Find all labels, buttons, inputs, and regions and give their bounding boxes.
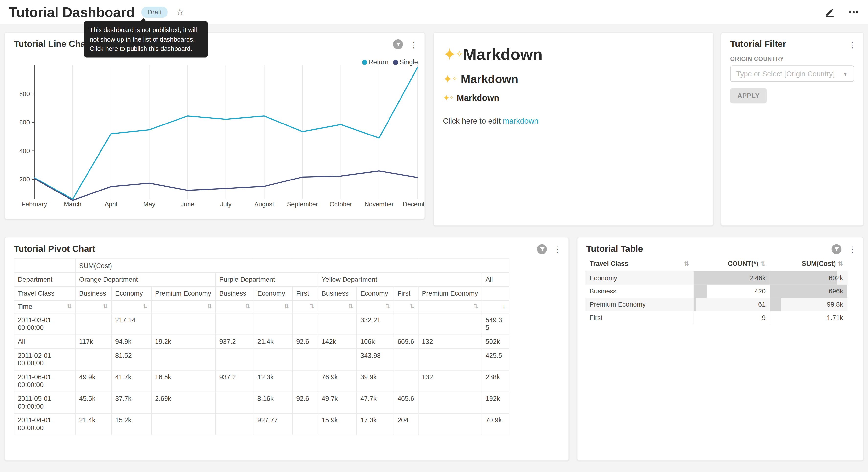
pivot-cell: 15.2k [112, 413, 151, 435]
pivot-cell: 92.6 [293, 335, 318, 349]
sort-icon[interactable]: ⇅ [385, 303, 390, 310]
filter-scope-icon[interactable] [832, 244, 842, 254]
kebab-menu-icon[interactable]: ⋮ [553, 245, 563, 254]
filter-scope-icon[interactable] [537, 244, 547, 254]
pivot-cell: 217.14 [112, 313, 151, 334]
svg-text:June: June [181, 201, 194, 208]
pivot-cell [418, 392, 482, 413]
pivot-cell [293, 413, 318, 435]
pivot-cell: 41.7k [112, 370, 151, 392]
legend-item[interactable]: Single [393, 58, 418, 66]
favorite-star-icon[interactable]: ☆ [176, 6, 184, 18]
sort-icon[interactable]: ⇅ [348, 303, 353, 310]
pivot-cell: 142k [318, 335, 357, 349]
pivot-cell: 81.52 [112, 349, 151, 370]
pivot-cell: 19.2k [151, 335, 216, 349]
pivot-cell [418, 313, 482, 334]
svg-text:800: 800 [19, 90, 30, 97]
pivot-cell [254, 349, 292, 370]
pivot-cell: 204 [394, 413, 418, 435]
column-header-label: Travel Class [590, 260, 628, 268]
pivot-cell [418, 413, 482, 435]
card-title: Tutorial Pivot Chart [14, 244, 95, 254]
kebab-menu-icon[interactable]: ⋮ [847, 40, 858, 49]
table-cell: 1.71k [770, 311, 847, 324]
kebab-menu-icon[interactable]: ⋮ [409, 40, 419, 49]
svg-text:May: May [143, 201, 155, 208]
sort-icon[interactable]: ↓ [502, 303, 505, 309]
more-menu-icon[interactable] [848, 7, 859, 17]
markdown-h2: ✦Markdown [443, 72, 704, 86]
pivot-cell [318, 313, 357, 334]
card-tutorial-table: Tutorial Table ⋮ Travel Class⇅COUNT(*)⇅S… [577, 237, 864, 461]
pivot-cell [151, 413, 216, 435]
table-cell: 602k [770, 271, 847, 285]
markdown-edit-link[interactable]: markdown [503, 116, 538, 125]
table-row: Economy2.46k602k [585, 271, 847, 285]
origin-country-select[interactable]: Type or Select [Origin Country] ▼ [730, 65, 854, 82]
pivot-cell: SUM(Cost) [75, 259, 509, 273]
sort-icon[interactable]: ⇅ [143, 303, 148, 310]
pivot-cell: Economy [254, 287, 292, 301]
svg-text:February: February [22, 201, 47, 208]
chart-legend: ReturnSingle [362, 58, 418, 66]
pivot-cell: 17.3k [357, 413, 394, 435]
pivot-cell: ⇅ [151, 300, 216, 313]
column-header[interactable]: SUM(Cost)⇅ [770, 256, 847, 271]
pivot-cell [418, 349, 482, 370]
sort-icon[interactable]: ⇅ [409, 303, 415, 310]
table-cell: 696k [770, 285, 847, 298]
legend-dot [362, 59, 367, 64]
column-header[interactable]: Travel Class⇅ [585, 256, 694, 271]
sort-icon[interactable]: ⇅ [284, 303, 289, 310]
pivot-row: 2011-04-01 00:00:0021.4k15.2k927.7715.9k… [14, 413, 509, 435]
column-header-label: COUNT(*) [727, 260, 758, 268]
pivot-cell: 2011-03-01 00:00:00 [14, 313, 75, 334]
pivot-row: All117k94.9k19.2k937.221.4k92.6142k106k6… [14, 335, 509, 349]
pivot-cell: Department [14, 273, 75, 287]
sort-icon[interactable]: ⇅ [67, 303, 72, 310]
dashboard-grid: Tutorial Line Chart ⋮ ReturnSingle Febru… [0, 25, 868, 472]
column-header[interactable]: COUNT(*)⇅ [694, 256, 770, 271]
apply-button[interactable]: APPLY [730, 88, 767, 104]
sort-icon[interactable]: ⇅ [245, 303, 250, 310]
sort-icon[interactable]: ⇅ [838, 260, 843, 267]
markdown-h2-text: Markdown [461, 72, 518, 85]
sparkles-icon: ✦ [443, 46, 463, 63]
status-badge[interactable]: Draft [141, 7, 168, 18]
pivot-cell [14, 259, 75, 273]
pivot-cell: Business [216, 287, 254, 301]
sort-icon[interactable]: ⇅ [684, 260, 689, 267]
markdown-h3-text: Markdown [457, 93, 499, 102]
pivot-cell: 465.6 [394, 392, 418, 413]
pivot-cell: ⇅ [418, 300, 482, 313]
pivot-cell [318, 349, 357, 370]
pivot-cell: ⇅ [293, 300, 318, 313]
legend-item[interactable]: Return [362, 58, 389, 66]
pivot-cell: ⇅ [318, 300, 357, 313]
sort-icon[interactable]: ⇅ [473, 303, 478, 310]
sort-icon[interactable]: ⇅ [103, 303, 108, 310]
svg-text:September: September [287, 201, 318, 208]
svg-text:March: March [64, 201, 82, 208]
table-row: First91.71k [585, 311, 847, 324]
publish-tooltip[interactable]: This dashboard is not published, it will… [84, 21, 208, 58]
sort-icon[interactable]: ⇅ [207, 303, 212, 310]
markdown-h1: ✦Markdown [443, 45, 704, 64]
pivot-cell: 2011-04-01 00:00:00 [14, 413, 75, 435]
kebab-menu-icon[interactable]: ⋮ [847, 245, 858, 254]
svg-text:October: October [329, 201, 352, 208]
edit-icon[interactable] [825, 7, 835, 17]
card-title: Tutorial Filter [730, 39, 786, 50]
header-actions [825, 7, 859, 17]
pivot-cell [216, 349, 254, 370]
pivot-cell: Economy [112, 287, 151, 301]
filter-scope-icon[interactable] [393, 39, 403, 50]
table-cell: 2.46k [694, 271, 770, 285]
pivot-cell: ⇅ [357, 300, 394, 313]
pivot-cell: Premium Economy [151, 287, 216, 301]
sort-icon[interactable]: ⇅ [309, 303, 314, 310]
sort-icon[interactable]: ⇅ [761, 260, 766, 267]
pivot-cell: 21.4k [75, 413, 112, 435]
pivot-cell: Yellow Department [318, 273, 482, 287]
